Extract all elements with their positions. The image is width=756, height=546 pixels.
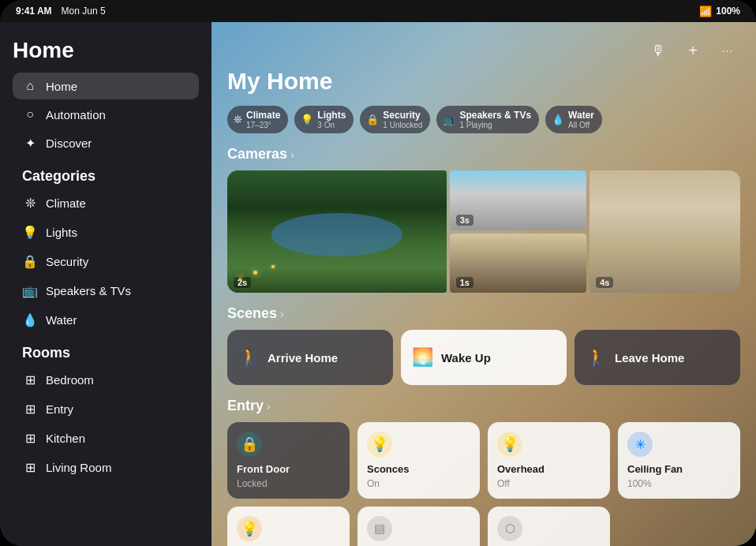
overhead-status: Off	[497, 478, 601, 489]
sconces-status: On	[367, 478, 470, 489]
pill-water-sub: All Off	[568, 121, 594, 129]
camera-timestamp-4: 4s	[596, 277, 613, 288]
bedroom-icon: ⊞	[22, 372, 38, 387]
homepod-icon: ⬡	[497, 516, 522, 541]
device-pendant[interactable]: 💡 Pendant 25%	[227, 507, 350, 546]
living-room-icon: ⊞	[22, 460, 38, 475]
camera-feed-4[interactable]: 4s	[589, 170, 740, 293]
ceiling-fan-icon: ✳	[627, 432, 653, 457]
entry-section-header: Entry ›	[227, 398, 740, 414]
entry-grid: 🔒 Front Door Locked 💡 Sconces On 💡 Overh…	[227, 422, 740, 546]
device-front-door[interactable]: 🔒 Front Door Locked	[227, 422, 350, 499]
scene-arrive-home[interactable]: 🚶 Arrive Home	[227, 330, 393, 385]
camera-feed-1[interactable]: 2s	[227, 170, 447, 293]
arrive-home-icon: 🚶	[238, 347, 260, 368]
discover-icon: ✦	[22, 136, 38, 151]
sidebar-item-water[interactable]: 💧 Water	[13, 306, 199, 334]
front-door-name: Front Door	[237, 463, 340, 475]
category-pills: ❊ Climate 17–23° 💡 Lights 3 On	[227, 106, 740, 133]
leave-home-icon: 🚶	[586, 347, 607, 368]
arrive-home-label: Arrive Home	[268, 351, 338, 365]
sconces-icon: 💡	[367, 432, 392, 457]
top-actions-row: 🎙 + ···	[227, 38, 740, 63]
more-button[interactable]: ···	[715, 38, 740, 63]
automation-icon: ○	[22, 107, 38, 122]
device-sconces[interactable]: 💡 Sconces On	[357, 422, 480, 499]
camera-grid: 2s 3s 1s 4s	[227, 170, 740, 293]
voice-button[interactable]: 🎙	[646, 38, 671, 63]
pill-climate[interactable]: ❊ Climate 17–23°	[227, 106, 288, 133]
pill-speakers-label: Speakers & TVs	[459, 110, 531, 121]
sidebar-item-discover[interactable]: ✦ Discover	[13, 129, 199, 157]
status-date: Mon Jun 5	[62, 6, 106, 17]
kitchen-icon: ⊞	[22, 431, 38, 446]
sidebar-label-kitchen: Kitchen	[46, 432, 85, 445]
overhead-icon: 💡	[497, 432, 522, 457]
sidebar: Home ⌂ Home ○ Automation ✦ Discover Cate…	[0, 22, 211, 546]
sidebar-item-entry[interactable]: ⊞ Entry	[13, 395, 199, 423]
sconces-name: Sconces	[367, 463, 470, 475]
pill-speakers-sub: 1 Playing	[459, 121, 531, 129]
sidebar-item-home[interactable]: ⌂ Home	[13, 73, 199, 99]
device-overhead[interactable]: 💡 Overhead Off	[488, 422, 610, 499]
add-button[interactable]: +	[680, 38, 705, 63]
entry-icon: ⊞	[22, 402, 38, 417]
pill-water-icon: 💧	[552, 114, 564, 125]
cameras-title: Cameras	[227, 146, 287, 163]
pill-climate-icon: ❊	[234, 114, 242, 125]
entry-title: Entry	[227, 398, 264, 414]
pill-security-label: Security	[383, 110, 422, 121]
speakers-icon: 📺	[22, 283, 38, 298]
sidebar-label-home: Home	[46, 80, 77, 93]
entry-chevron[interactable]: ›	[267, 400, 271, 413]
sidebar-title: Home	[13, 38, 199, 63]
wake-up-icon: 🌅	[412, 347, 433, 368]
device-shades[interactable]: ▤ Shades Closed	[357, 507, 480, 546]
sidebar-item-climate[interactable]: ❊ Climate	[13, 189, 199, 217]
ceiling-fan-status: 100%	[627, 478, 731, 489]
pill-speakers[interactable]: 📺 Speakers & TVs 1 Playing	[436, 106, 539, 133]
camera-timestamp-1: 2s	[234, 277, 251, 288]
home-icon: ⌂	[22, 79, 38, 93]
ipad-frame: 9:41 AM Mon Jun 5 📶 100% Home ⌂ Home ○ A…	[0, 0, 756, 546]
pill-lights[interactable]: 💡 Lights 3 On	[294, 106, 354, 133]
scene-wake-up[interactable]: 🌅 Wake Up	[401, 330, 567, 385]
shades-icon: ▤	[367, 516, 392, 541]
ceiling-fan-name: Ceiling Fan	[627, 463, 731, 475]
sidebar-label-living-room: Living Room	[46, 461, 111, 474]
sidebar-label-security: Security	[46, 255, 88, 268]
main-content: 🎙 + ··· My Home ❊ Climate 17–23°	[211, 22, 756, 546]
wake-up-label: Wake Up	[441, 351, 491, 365]
scene-leave-home[interactable]: 🚶 Leave Home	[574, 330, 740, 385]
camera-feed-2[interactable]: 3s	[450, 170, 587, 230]
sidebar-item-automation[interactable]: ○ Automation	[13, 101, 199, 128]
camera-timestamp-2: 3s	[456, 215, 473, 226]
pill-water[interactable]: 💧 Water All Off	[545, 106, 602, 133]
sidebar-label-bedroom: Bedroom	[46, 373, 94, 387]
pill-water-label: Water	[568, 110, 594, 121]
climate-icon: ❊	[22, 196, 38, 211]
sidebar-item-lights[interactable]: 💡 Lights	[13, 219, 199, 246]
camera-feed-3[interactable]: 1s	[450, 234, 587, 294]
front-door-icon: 🔒	[237, 432, 262, 457]
scenes-row: 🚶 Arrive Home 🌅 Wake Up 🚶 Leave Home	[227, 330, 740, 385]
pendant-icon: 💡	[237, 516, 262, 541]
sidebar-item-bedroom[interactable]: ⊞ Bedroom	[13, 366, 199, 394]
device-homepod[interactable]: ⬡ HomePod Not Playing	[488, 507, 610, 546]
cameras-section-header: Cameras ›	[227, 146, 740, 163]
scenes-section-header: Scenes ›	[227, 305, 740, 322]
wifi-icon: 📶	[699, 6, 712, 17]
sidebar-item-security[interactable]: 🔒 Security	[13, 248, 199, 275]
status-time: 9:41 AM	[16, 6, 52, 17]
scenes-chevron[interactable]: ›	[280, 308, 284, 320]
main-inner: 🎙 + ··· My Home ❊ Climate 17–23°	[211, 22, 756, 546]
sidebar-label-water: Water	[46, 313, 77, 327]
sidebar-item-living-room[interactable]: ⊞ Living Room	[13, 454, 199, 481]
cameras-chevron[interactable]: ›	[290, 148, 294, 161]
pill-security[interactable]: 🔒 Security 1 Unlocked	[360, 106, 430, 133]
device-ceiling-fan[interactable]: ✳ Ceiling Fan 100%	[618, 422, 740, 499]
sidebar-item-kitchen[interactable]: ⊞ Kitchen	[13, 424, 199, 452]
pill-climate-label: Climate	[246, 110, 280, 121]
sidebar-item-speakers[interactable]: 📺 Speakers & TVs	[13, 277, 199, 305]
front-door-status: Locked	[237, 478, 340, 489]
